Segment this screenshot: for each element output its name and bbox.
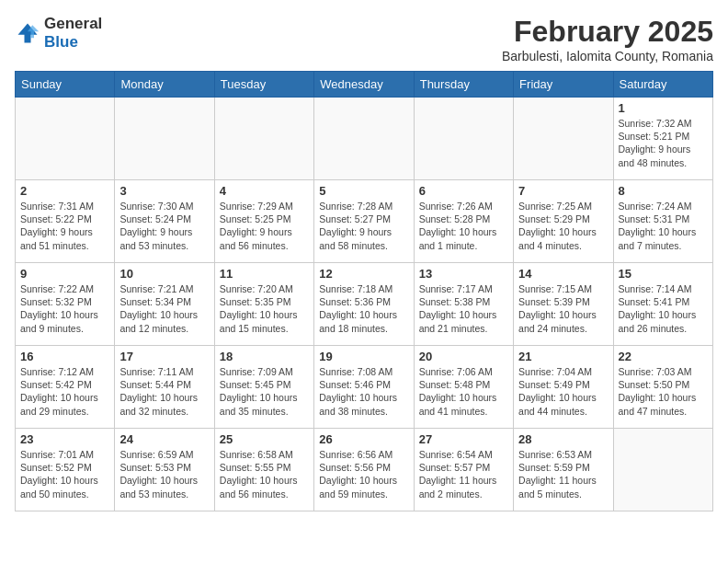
calendar-table: Sunday Monday Tuesday Wednesday Thursday… [15,71,713,511]
col-wednesday: Wednesday [314,72,414,98]
svg-marker-0 [18,23,38,42]
day-info: Sunrise: 6:59 AM Sunset: 5:53 PM Dayligh… [119,448,209,500]
calendar-cell [115,98,214,180]
day-info: Sunrise: 7:29 AM Sunset: 5:25 PM Dayligh… [220,200,309,252]
day-info: Sunrise: 6:56 AM Sunset: 5:56 PM Dayligh… [319,448,408,500]
day-info: Sunrise: 7:24 AM Sunset: 5:31 PM Dayligh… [619,200,708,252]
calendar-cell: 20Sunrise: 7:06 AM Sunset: 5:48 PM Dayli… [414,346,513,429]
calendar-week-2: 2Sunrise: 7:31 AM Sunset: 5:22 PM Daylig… [16,180,713,263]
calendar-cell: 18Sunrise: 7:09 AM Sunset: 5:45 PM Dayli… [214,346,313,429]
day-number: 22 [619,350,708,363]
day-number: 27 [419,432,508,446]
day-number: 4 [220,184,309,198]
logo-general: General [44,15,102,33]
calendar-cell: 27Sunrise: 6:54 AM Sunset: 5:57 PM Dayli… [414,429,513,511]
day-info: Sunrise: 7:28 AM Sunset: 5:27 PM Dayligh… [319,200,408,252]
day-number: 24 [119,432,209,446]
calendar-cell [613,429,712,511]
day-number: 18 [220,350,309,363]
calendar-cell: 16Sunrise: 7:12 AM Sunset: 5:42 PM Dayli… [16,346,115,429]
day-number: 23 [20,432,109,446]
day-info: Sunrise: 7:09 AM Sunset: 5:45 PM Dayligh… [220,365,309,418]
col-sunday: Sunday [16,72,115,98]
day-number: 14 [518,267,608,281]
title-block: February 2025 Barbulesti, Ialomita Count… [502,15,713,63]
calendar-week-3: 9Sunrise: 7:22 AM Sunset: 5:32 PM Daylig… [16,263,713,346]
calendar-cell: 25Sunrise: 6:58 AM Sunset: 5:55 PM Dayli… [214,429,313,511]
month-title: February 2025 [502,15,713,49]
calendar-cell [414,98,513,180]
calendar-cell: 22Sunrise: 7:03 AM Sunset: 5:50 PM Dayli… [613,346,712,429]
calendar-cell [514,98,613,180]
day-number: 11 [220,267,309,281]
calendar-cell: 3Sunrise: 7:30 AM Sunset: 5:24 PM Daylig… [115,180,214,263]
col-friday: Friday [514,72,613,98]
day-number: 8 [619,184,708,198]
day-info: Sunrise: 7:25 AM Sunset: 5:29 PM Dayligh… [518,200,608,252]
day-number: 20 [419,350,508,363]
day-info: Sunrise: 7:08 AM Sunset: 5:46 PM Dayligh… [319,365,408,418]
day-number: 19 [319,350,408,363]
calendar-cell [16,98,115,180]
calendar-cell: 4Sunrise: 7:29 AM Sunset: 5:25 PM Daylig… [214,180,313,263]
calendar-cell: 1Sunrise: 7:32 AM Sunset: 5:21 PM Daylig… [613,98,712,180]
calendar-cell: 24Sunrise: 6:59 AM Sunset: 5:53 PM Dayli… [115,429,214,511]
calendar-cell: 5Sunrise: 7:28 AM Sunset: 5:27 PM Daylig… [314,180,414,263]
calendar-cell: 12Sunrise: 7:18 AM Sunset: 5:36 PM Dayli… [314,263,414,346]
day-info: Sunrise: 6:54 AM Sunset: 5:57 PM Dayligh… [419,448,508,500]
day-number: 3 [119,184,209,198]
day-info: Sunrise: 7:17 AM Sunset: 5:38 PM Dayligh… [419,282,508,335]
day-number: 7 [518,184,608,198]
calendar-cell: 23Sunrise: 7:01 AM Sunset: 5:52 PM Dayli… [16,429,115,511]
calendar-cell: 10Sunrise: 7:21 AM Sunset: 5:34 PM Dayli… [115,263,214,346]
calendar-cell: 17Sunrise: 7:11 AM Sunset: 5:44 PM Dayli… [115,346,214,429]
calendar-cell: 13Sunrise: 7:17 AM Sunset: 5:38 PM Dayli… [414,263,513,346]
page-header: General Blue February 2025 Barbulesti, I… [15,15,713,63]
calendar-cell [214,98,313,180]
calendar-cell: 6Sunrise: 7:26 AM Sunset: 5:28 PM Daylig… [414,180,513,263]
calendar-cell: 28Sunrise: 6:53 AM Sunset: 5:59 PM Dayli… [514,429,613,511]
day-number: 28 [518,432,608,446]
day-number: 16 [20,350,109,363]
calendar-cell: 19Sunrise: 7:08 AM Sunset: 5:46 PM Dayli… [314,346,414,429]
day-info: Sunrise: 7:01 AM Sunset: 5:52 PM Dayligh… [20,448,109,500]
day-info: Sunrise: 7:06 AM Sunset: 5:48 PM Dayligh… [419,365,508,418]
col-saturday: Saturday [613,72,712,98]
calendar-week-1: 1Sunrise: 7:32 AM Sunset: 5:21 PM Daylig… [16,98,713,180]
calendar-header-row: Sunday Monday Tuesday Wednesday Thursday… [16,72,713,98]
day-info: Sunrise: 7:11 AM Sunset: 5:44 PM Dayligh… [119,365,209,418]
calendar-week-5: 23Sunrise: 7:01 AM Sunset: 5:52 PM Dayli… [16,429,713,511]
day-info: Sunrise: 7:14 AM Sunset: 5:41 PM Dayligh… [619,282,708,335]
col-thursday: Thursday [414,72,513,98]
calendar-cell: 15Sunrise: 7:14 AM Sunset: 5:41 PM Dayli… [613,263,712,346]
day-info: Sunrise: 7:03 AM Sunset: 5:50 PM Dayligh… [619,365,708,418]
calendar-cell [314,98,414,180]
calendar-cell: 8Sunrise: 7:24 AM Sunset: 5:31 PM Daylig… [613,180,712,263]
logo-icon [15,20,40,46]
day-number: 13 [419,267,508,281]
day-info: Sunrise: 7:18 AM Sunset: 5:36 PM Dayligh… [319,282,408,335]
day-number: 6 [419,184,508,198]
day-info: Sunrise: 7:15 AM Sunset: 5:39 PM Dayligh… [518,282,608,335]
calendar-week-4: 16Sunrise: 7:12 AM Sunset: 5:42 PM Dayli… [16,346,713,429]
day-number: 21 [518,350,608,363]
day-info: Sunrise: 6:58 AM Sunset: 5:55 PM Dayligh… [220,448,309,500]
logo-text: General Blue [44,15,102,51]
col-monday: Monday [115,72,214,98]
day-number: 26 [319,432,408,446]
day-number: 15 [619,267,708,281]
calendar-cell: 9Sunrise: 7:22 AM Sunset: 5:32 PM Daylig… [16,263,115,346]
day-info: Sunrise: 7:21 AM Sunset: 5:34 PM Dayligh… [119,282,209,335]
day-info: Sunrise: 7:04 AM Sunset: 5:49 PM Dayligh… [518,365,608,418]
day-info: Sunrise: 7:26 AM Sunset: 5:28 PM Dayligh… [419,200,508,252]
day-number: 25 [220,432,309,446]
day-info: Sunrise: 7:32 AM Sunset: 5:21 PM Dayligh… [619,117,708,169]
day-number: 10 [119,267,209,281]
day-info: Sunrise: 7:20 AM Sunset: 5:35 PM Dayligh… [220,282,309,335]
day-number: 1 [619,101,708,115]
calendar-cell: 7Sunrise: 7:25 AM Sunset: 5:29 PM Daylig… [514,180,613,263]
calendar-cell: 11Sunrise: 7:20 AM Sunset: 5:35 PM Dayli… [214,263,313,346]
day-number: 17 [119,350,209,363]
logo-blue: Blue [44,33,102,52]
logo: General Blue [15,15,102,51]
